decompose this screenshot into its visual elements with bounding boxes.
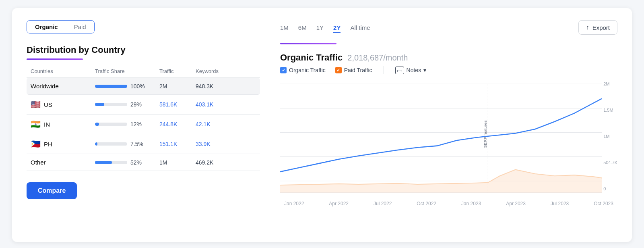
chart-svg: SERP features bbox=[280, 80, 617, 197]
tab-organic[interactable]: Organic bbox=[27, 21, 66, 33]
svg-text:SERP features: SERP features bbox=[483, 121, 487, 148]
notes-label: Notes bbox=[407, 67, 421, 73]
chart-area: SERP features 2M1.5M1M504.7K0 Jan 2022Ap… bbox=[280, 80, 617, 209]
x-label: Oct 2023 bbox=[594, 201, 613, 206]
organic-checkbox[interactable]: ✓ bbox=[280, 67, 287, 73]
time-filter-all-time[interactable]: All time bbox=[350, 23, 370, 33]
keywords-worldwide: 948.3K bbox=[196, 83, 236, 90]
x-label: Jan 2023 bbox=[461, 201, 481, 206]
bar-fill-in bbox=[95, 123, 99, 126]
time-filters: 1M6M1Y2YAll time bbox=[280, 23, 370, 33]
purple-bar bbox=[27, 58, 83, 60]
x-label: Jul 2023 bbox=[551, 201, 569, 206]
export-label: Export bbox=[592, 24, 610, 31]
x-axis-labels: Jan 2022Apr 2022Jul 2022Oct 2022Jan 2023… bbox=[280, 198, 617, 206]
traffic-in[interactable]: 244.8K bbox=[159, 121, 196, 127]
keywords-other: 469.2K bbox=[196, 159, 236, 166]
table-row-us[interactable]: 🇺🇸US 29% 581.6K403.1K bbox=[27, 95, 260, 115]
legend-organic: ✓ Organic Traffic bbox=[280, 67, 326, 73]
pct-in: 12% bbox=[130, 121, 145, 127]
y-label: 1M bbox=[603, 134, 617, 139]
country-name-in: IN bbox=[44, 121, 50, 128]
time-filter-1m[interactable]: 1M bbox=[280, 23, 289, 33]
y-label: 1.5M bbox=[603, 108, 617, 113]
tab-group: Organic Paid bbox=[27, 20, 95, 33]
x-label: Apr 2023 bbox=[506, 201, 526, 206]
y-axis-labels: 2M1.5M1M504.7K0 bbox=[603, 80, 617, 193]
bar-fill-other bbox=[95, 161, 112, 164]
x-label: Jul 2022 bbox=[374, 201, 392, 206]
organic-label: Organic Traffic bbox=[289, 67, 326, 73]
export-icon: ↑ bbox=[586, 24, 589, 31]
country-name-other: Other bbox=[31, 159, 46, 166]
time-filter-2y[interactable]: 2Y bbox=[333, 23, 341, 33]
y-label: 504.7K bbox=[603, 160, 617, 165]
keywords-ph[interactable]: 33.9K bbox=[196, 141, 236, 147]
tab-paid[interactable]: Paid bbox=[66, 21, 94, 33]
flag-in: 🇮🇳 bbox=[31, 119, 41, 129]
pct-other: 52% bbox=[130, 159, 145, 166]
bar-cell-worldwide: 100% bbox=[95, 83, 159, 90]
country-cell-in: 🇮🇳IN bbox=[31, 119, 95, 129]
legend-row: ✓ Organic Traffic ✓ Paid Traffic ▭ Notes… bbox=[280, 66, 617, 74]
bar-fill-us bbox=[95, 103, 104, 106]
pct-ph: 7.5% bbox=[130, 141, 145, 147]
bar-bg-worldwide bbox=[95, 85, 127, 88]
right-panel: 1M6M1Y2YAll time ↑ Export Organic Traffi… bbox=[280, 20, 617, 230]
section-title: Distribution by Country bbox=[27, 45, 260, 55]
country-name-worldwide: Worldwide bbox=[31, 83, 59, 90]
bar-fill-worldwide bbox=[95, 85, 127, 88]
table-row-in[interactable]: 🇮🇳IN 12% 244.8K42.1K bbox=[27, 115, 260, 134]
export-button[interactable]: ↑ Export bbox=[578, 20, 617, 35]
x-label: Oct 2022 bbox=[417, 201, 436, 206]
country-cell-other: Other bbox=[31, 159, 95, 166]
table-header: Countries Traffic Share Traffic Keywords bbox=[27, 68, 260, 78]
flag-ph: 🇵🇭 bbox=[31, 139, 41, 149]
bar-fill-ph bbox=[95, 142, 97, 146]
chart-title: Organic Traffic bbox=[280, 52, 343, 63]
chart-title-row: Organic Traffic 2,018,687/month bbox=[280, 52, 617, 63]
header-countries: Countries bbox=[31, 68, 95, 74]
bar-bg-ph bbox=[95, 142, 127, 146]
table-row-worldwide[interactable]: Worldwide 100% 2M948.3K bbox=[27, 78, 260, 95]
traffic-ph[interactable]: 151.1K bbox=[159, 141, 196, 147]
x-label: Jan 2022 bbox=[284, 201, 304, 206]
bar-bg-other bbox=[95, 161, 127, 164]
header-keywords: Keywords bbox=[196, 68, 236, 74]
bar-cell-other: 52% bbox=[95, 159, 159, 166]
y-label: 2M bbox=[603, 81, 617, 86]
keywords-us[interactable]: 403.1K bbox=[196, 101, 236, 108]
main-card: Organic Paid Distribution by Country Cou… bbox=[12, 8, 632, 242]
time-filter-6m[interactable]: 6M bbox=[298, 23, 307, 33]
bar-bg-in bbox=[95, 123, 127, 126]
x-label: Apr 2022 bbox=[329, 201, 349, 206]
chart-purple-bar bbox=[280, 43, 336, 44]
country-name-us: US bbox=[44, 101, 52, 108]
bar-cell-in: 12% bbox=[95, 121, 159, 127]
paid-checkbox[interactable]: ✓ bbox=[335, 67, 342, 73]
legend-divider bbox=[384, 66, 384, 74]
bar-cell-us: 29% bbox=[95, 101, 159, 108]
traffic-us[interactable]: 581.6K bbox=[159, 101, 196, 108]
pct-us: 29% bbox=[130, 101, 145, 108]
time-filter-row: 1M6M1Y2YAll time ↑ Export bbox=[280, 20, 617, 35]
traffic-worldwide: 2M bbox=[159, 83, 196, 90]
table-row-ph[interactable]: 🇵🇭PH 7.5% 151.1K33.9K bbox=[27, 134, 260, 154]
table-body: Worldwide 100% 2M948.3K🇺🇸US 29% 581.6K40… bbox=[27, 78, 260, 171]
notes-icon: ▭ bbox=[395, 67, 404, 74]
left-panel: Organic Paid Distribution by Country Cou… bbox=[27, 20, 260, 230]
notes-button[interactable]: ▭ Notes ▾ bbox=[395, 67, 427, 74]
legend-paid: ✓ Paid Traffic bbox=[335, 67, 372, 73]
compare-button[interactable]: Compare bbox=[27, 182, 77, 199]
header-traffic-share: Traffic Share bbox=[95, 68, 159, 74]
bar-bg-us bbox=[95, 103, 127, 106]
country-name-ph: PH bbox=[44, 141, 52, 148]
time-filter-1y[interactable]: 1Y bbox=[316, 23, 324, 33]
flag-us: 🇺🇸 bbox=[31, 100, 41, 109]
chevron-down-icon: ▾ bbox=[423, 67, 426, 73]
bar-cell-ph: 7.5% bbox=[95, 141, 159, 147]
paid-label: Paid Traffic bbox=[344, 67, 372, 73]
traffic-other: 1M bbox=[159, 159, 196, 166]
keywords-in[interactable]: 42.1K bbox=[196, 121, 236, 127]
table-row-other[interactable]: Other 52% 1M469.2K bbox=[27, 154, 260, 171]
